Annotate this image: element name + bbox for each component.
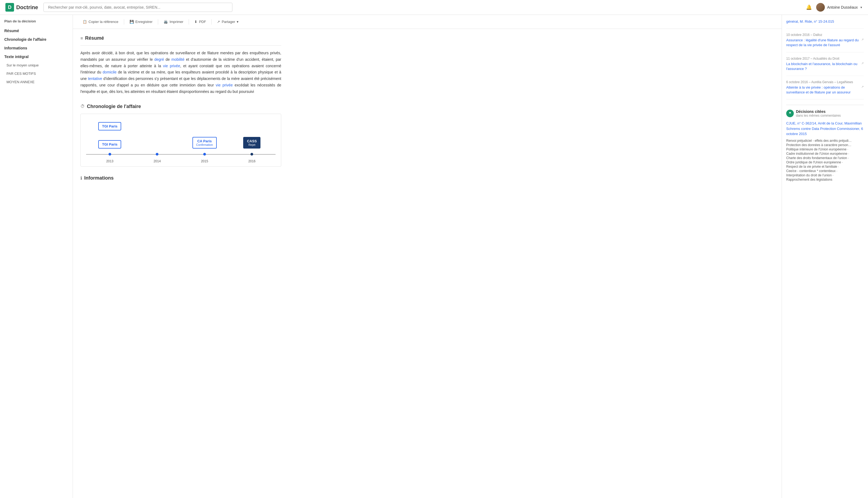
timeline-label-2015: 2015 (181, 159, 228, 163)
article-1: 10 octobre 2016 – Dalloz ↗ Assurance : l… (786, 33, 864, 52)
article-2: 11 octobre 2017 – Actualités du Droit ↗ … (786, 57, 864, 76)
resume-icon: ≡ (80, 36, 83, 41)
tag-5: Ordre juridique de l'Union européenne · (786, 160, 864, 164)
informations-section: ℹ Informations (80, 175, 281, 181)
link-domicile[interactable]: domicile (103, 70, 116, 74)
decisions-header: ❝ Décisions citées dans les mêmes commen… (786, 109, 864, 117)
sidebar-item-chronologie[interactable]: Chronologie de l'affaire (0, 35, 72, 44)
tag-8: Interprétation du droit de l'union · (786, 173, 864, 177)
timeline-label-2014: 2014 (134, 159, 181, 163)
timeline-box-tgi-paris-1[interactable]: TGI Paris (98, 122, 121, 130)
share-icon: ↗ (217, 20, 220, 24)
sidebar-item-par-ces-motifs[interactable]: PAR CES MOTIFS (0, 69, 72, 78)
left-sidebar: Plan de la décision Résumé Chronologie d… (0, 15, 73, 498)
timeline-dots-row (86, 153, 275, 156)
save-button[interactable]: 💾 Enregistrer (126, 18, 156, 25)
pdf-button[interactable]: ⬇ PDF (191, 18, 209, 25)
timeline-box-cass[interactable]: CASS Rejet (243, 137, 260, 148)
resume-section: ≡ Résumé Après avoir décidé, à bon droit… (80, 35, 281, 95)
sidebar-item-informations[interactable]: Informations (0, 44, 72, 52)
informations-icon: ℹ (80, 175, 82, 181)
chronologie-icon: ⏱ (80, 104, 85, 109)
timeline-dot-0 (109, 153, 111, 156)
article-1-meta: 10 octobre 2016 – Dalloz (786, 33, 864, 37)
toolbar-separator-2 (158, 19, 158, 25)
timeline-label-2016: 2016 (228, 159, 276, 163)
share-button[interactable]: ↗ Partager ▾ (214, 18, 242, 25)
share-chevron-icon: ▾ (237, 20, 239, 24)
search-input[interactable] (43, 3, 232, 12)
notification-bell-icon[interactable]: 🔔 (806, 4, 812, 10)
doctrine-logo-icon: D (5, 3, 14, 12)
tag-1: Protection des données à caractère perso… (786, 143, 864, 147)
tag-9: Rapprochement des législations (786, 178, 864, 182)
external-link-icon-2: ↗ (861, 62, 864, 65)
tag-2: Politique intérieure de l'Union européen… (786, 147, 864, 151)
articles-list: général, M. Ride, n° 15-24.015 10 octobr… (786, 19, 864, 100)
resume-title: Résumé (85, 35, 104, 41)
copy-reference-button[interactable]: 📋 Copier la référence (79, 18, 122, 25)
timeline-container: TGI Paris TGI Paris CA Paris (80, 114, 281, 167)
tag-3: Cadre institutionnel de l'Union européen… (786, 152, 864, 156)
decisions-citees-section: ❝ Décisions citées dans les mêmes commen… (786, 105, 864, 182)
article-1-title[interactable]: Assurance : légalité d'une filature au r… (786, 38, 864, 48)
timeline-dot-2 (203, 153, 206, 156)
dot-col-1 (134, 153, 181, 156)
document: ≡ Résumé Après avoir décidé, à bon droit… (73, 29, 289, 192)
header: D Doctrine 🔔 Antoine Dusséaux ▼ (0, 0, 868, 15)
decisions-title: Décisions citées (796, 109, 841, 114)
content-area: 📋 Copier la référence 💾 Enregistrer 🖨️ I… (73, 15, 782, 498)
chronologie-title: Chronologie de l'affaire (87, 104, 141, 109)
save-icon: 💾 (130, 20, 134, 24)
link-vie-privee-2[interactable]: vie privée (216, 83, 233, 87)
link-tentative[interactable]: tentative (88, 76, 102, 81)
link-mobilite[interactable]: mobilité (172, 57, 184, 62)
decisions-subtitle: dans les mêmes commentaires (796, 114, 841, 117)
article-2-meta: 11 octobre 2017 – Actualités du Droit (786, 57, 864, 61)
sidebar-item-texte-integral[interactable]: Texte intégral (0, 52, 72, 61)
print-button[interactable]: 🖨️ Imprimer (160, 18, 187, 25)
article-3-title[interactable]: Atteinte à la vie privée : opérations de… (786, 85, 864, 95)
article-0-title[interactable]: général, M. Ride, n° 15-24.015 (786, 19, 864, 24)
sidebar-item-moyen-annexe[interactable]: MOYEN ANNEXE (0, 78, 72, 86)
decision-main-title[interactable]: CJUE, n° C-362/14, Arrêt de la Cour, Max… (786, 121, 864, 137)
timeline-dot-1 (156, 153, 159, 156)
toolbar: 📋 Copier la référence 💾 Enregistrer 🖨️ I… (73, 15, 782, 29)
article-3: 6 octobre 2016 – Aurélia Gervais – Legal… (786, 80, 864, 100)
sidebar-item-moyen-unique[interactable]: Sur le moyen unique (0, 61, 72, 69)
link-vie-privee-1[interactable]: vie privée (163, 64, 180, 68)
timeline-box-tgi-paris-2[interactable]: TGI Paris (98, 140, 121, 148)
tag-0: Renvoi préjudiciel - effets des arrêts p… (786, 139, 864, 143)
chevron-down-icon: ▼ (860, 6, 863, 9)
print-icon: 🖨️ (164, 20, 168, 24)
external-link-icon-1: ↗ (861, 38, 864, 41)
timeline-box-ca-paris[interactable]: CA Paris Confirmation (192, 137, 217, 148)
informations-header: ℹ Informations (80, 175, 281, 181)
user-menu[interactable]: Antoine Dusséaux ▼ (816, 3, 863, 12)
copy-icon: 📋 (83, 20, 87, 24)
tag-6: Respect de la vie privée et familiale · (786, 165, 864, 169)
resume-header: ≡ Résumé (80, 35, 281, 41)
article-2-title[interactable]: La blockchain et l'assurance, la blockch… (786, 62, 864, 71)
chronologie-section: ⏱ Chronologie de l'affaire TGI Paris TGI… (80, 104, 281, 167)
user-name-label: Antoine Dusséaux (827, 5, 858, 10)
dot-col-3 (228, 153, 276, 156)
timeline-labels: 2013 2014 2015 2016 (81, 158, 281, 166)
external-link-icon-3: ↗ (861, 85, 864, 89)
article-0: général, M. Ride, n° 15-24.015 (786, 19, 864, 29)
sidebar-item-resume[interactable]: Résumé (0, 26, 72, 35)
sidebar-title: Plan de la décision (0, 19, 72, 26)
app-title: Doctrine (16, 4, 38, 11)
tag-4: Charte des droits fondamentaux de l'unio… (786, 156, 864, 160)
tag-7: Cee/ce - contentieux * contentieux · (786, 169, 864, 173)
header-right: 🔔 Antoine Dusséaux ▼ (806, 3, 863, 12)
toolbar-separator-4 (211, 19, 212, 25)
dot-col-0 (86, 153, 134, 156)
informations-title: Informations (84, 175, 114, 181)
link-degre[interactable]: degré (154, 57, 164, 62)
right-sidebar: général, M. Ride, n° 15-24.015 10 octobr… (782, 15, 868, 498)
quote-badge: ❝ (786, 110, 794, 117)
pdf-icon: ⬇ (194, 20, 197, 24)
avatar (816, 3, 825, 12)
timeline-dot-3 (250, 153, 253, 156)
